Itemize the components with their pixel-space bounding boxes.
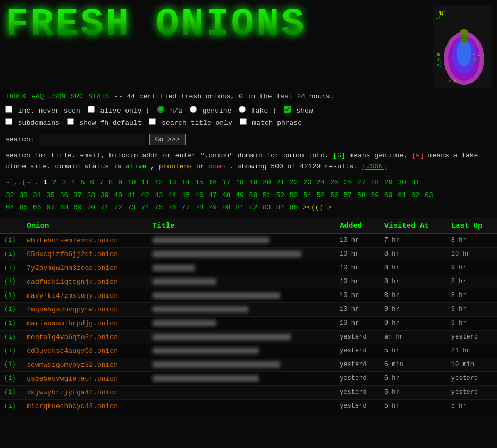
problems-status: problems bbox=[159, 163, 192, 171]
search-title-checkbox[interactable] bbox=[149, 118, 156, 125]
genuine-radio[interactable] bbox=[190, 106, 197, 113]
show-option[interactable]: show bbox=[284, 107, 313, 115]
info-link[interactable]: (i) bbox=[0, 330, 22, 344]
col-header-added: Added bbox=[335, 218, 380, 234]
subdomains-option[interactable]: subdomains bbox=[5, 119, 64, 127]
col-header-onion: Onion bbox=[22, 218, 148, 234]
na-radio-option[interactable]: n/a bbox=[157, 107, 187, 115]
info-link[interactable]: (i) bbox=[0, 261, 22, 275]
added-time: yesterd bbox=[335, 358, 380, 371]
alive-only-checkbox[interactable] bbox=[88, 106, 95, 113]
added-time: 10 hr bbox=[335, 261, 380, 275]
onion-address[interactable]: xkjwwybrzjytga42.onion bbox=[22, 385, 148, 399]
visited-time: 5 hr bbox=[380, 399, 447, 413]
inc-never-seen-label: inc. never seen bbox=[18, 107, 80, 115]
search-input[interactable] bbox=[39, 134, 145, 145]
info-link[interactable]: (i) bbox=[0, 316, 22, 330]
added-time: yesterd bbox=[335, 344, 380, 358]
onion-address[interactable]: 65oxcqizfo6jj2dt.onion bbox=[22, 247, 148, 261]
col-header-i bbox=[0, 218, 22, 234]
subdomains-checkbox[interactable] bbox=[5, 118, 12, 125]
nav-json[interactable]: JSON bbox=[49, 92, 65, 100]
nav-bar: INDEX FAQ JSON SRC STATS -- 44 certified… bbox=[0, 90, 497, 104]
onion-address[interactable]: whitehorsem7evqk.onion bbox=[22, 233, 148, 247]
nav-faq[interactable]: FAQ bbox=[31, 92, 44, 100]
nav-index[interactable]: INDEX bbox=[5, 92, 26, 100]
search-label: search: bbox=[5, 136, 35, 143]
onion-title bbox=[148, 302, 336, 316]
added-time: 10 hr bbox=[335, 316, 380, 330]
show-fh-option[interactable]: show fh default bbox=[67, 119, 146, 127]
info-link[interactable]: (i) bbox=[0, 247, 22, 261]
col-header-title: Title bbox=[148, 218, 336, 234]
nav-src[interactable]: SRC bbox=[71, 92, 83, 100]
json-link[interactable]: [JSON] bbox=[362, 163, 387, 171]
onion-address[interactable]: gs5e5ecvwgiejeur.onion bbox=[22, 371, 148, 385]
search-row: search: Go >>> bbox=[0, 131, 497, 148]
info-link[interactable]: (i) bbox=[0, 385, 22, 399]
table-row: (i)mentalg4vb6qto2r.onionyesterdan hryes… bbox=[0, 330, 497, 344]
search-button[interactable]: Go >>> bbox=[149, 134, 186, 145]
info-link[interactable]: (i) bbox=[0, 399, 22, 413]
down-status: down bbox=[208, 163, 225, 171]
onion-address[interactable]: 2mqbe5gsduvqpynw.onion bbox=[22, 302, 148, 316]
svg-text:€}: €} bbox=[437, 63, 442, 67]
current-page[interactable]: 1 bbox=[43, 179, 47, 187]
onion-address[interactable]: scwmwsig5mvoyz32.onion bbox=[22, 358, 148, 371]
onion-title bbox=[148, 344, 336, 358]
info-link[interactable]: (i) bbox=[0, 302, 22, 316]
onion-address[interactable]: od3uvcksc4augv53.onion bbox=[22, 344, 148, 358]
lastup-time: 5 hr bbox=[447, 399, 497, 413]
onion-address[interactable]: 7y2avmqwlnm3zeao.onion bbox=[22, 261, 148, 275]
table-body: (i)whitehorsem7evqk.onion10 hr7 hr8 hr(i… bbox=[0, 233, 497, 413]
svg-text:!N$`: !N$` bbox=[436, 11, 446, 16]
search-title-option[interactable]: search title only bbox=[149, 119, 236, 127]
show-fh-checkbox[interactable] bbox=[67, 118, 74, 125]
match-phrase-checkbox[interactable] bbox=[240, 118, 247, 125]
onion-title bbox=[148, 247, 336, 261]
genuine-note: means genuine, bbox=[350, 151, 412, 159]
fake-radio[interactable] bbox=[239, 106, 246, 113]
onion-address[interactable]: dadfuck11qttgnjk.onion bbox=[22, 275, 148, 289]
na-radio[interactable] bbox=[157, 106, 164, 113]
lastup-time: 8 hr bbox=[447, 233, 497, 247]
genuine-radio-option[interactable]: genuine bbox=[190, 107, 235, 115]
pagination-special: ><(((`> bbox=[302, 204, 332, 212]
show-checkbox[interactable] bbox=[284, 106, 291, 113]
added-time: 10 hr bbox=[335, 247, 380, 261]
table-row: (i)micrqkuechbcyc43.onionyesterd5 hr5 hr bbox=[0, 399, 497, 413]
visited-time: 8 hr bbox=[380, 261, 447, 275]
onion-address[interactable]: micrqkuechbcyc43.onion bbox=[22, 399, 148, 413]
col-header-lastup: Last Up bbox=[447, 218, 497, 234]
page-2[interactable]: 2 bbox=[53, 179, 57, 187]
inc-never-seen-option[interactable]: inc. never seen bbox=[5, 107, 85, 115]
info-link[interactable]: (i) bbox=[0, 358, 22, 371]
info-link[interactable]: (i) bbox=[0, 289, 22, 302]
visited-time: 8 hr bbox=[380, 289, 447, 302]
match-phrase-option[interactable]: match phrase bbox=[240, 119, 302, 127]
logo-area: FRESH ONIONS bbox=[5, 5, 428, 44]
genuine-label: genuine bbox=[203, 107, 232, 115]
lastup-time: 9 hr bbox=[447, 261, 497, 275]
info-link[interactable]: (i) bbox=[0, 371, 22, 385]
onion-title bbox=[148, 316, 336, 330]
match-phrase-label: match phrase bbox=[252, 119, 302, 127]
onion-address[interactable]: marianasmihrpdjg.onion bbox=[22, 316, 148, 330]
added-time: 10 hr bbox=[335, 233, 380, 247]
inc-never-seen-checkbox[interactable] bbox=[5, 106, 12, 113]
onion-title bbox=[148, 358, 336, 371]
fake-radio-option[interactable]: fake ) bbox=[239, 107, 280, 115]
info-link[interactable]: (i) bbox=[0, 275, 22, 289]
fake-badge: [F] bbox=[412, 151, 424, 159]
visited-time: 8 hr bbox=[380, 275, 447, 289]
nav-stats[interactable]: STATS bbox=[88, 92, 109, 100]
onion-address[interactable]: mentalg4vb6qto2r.onion bbox=[22, 330, 148, 344]
show-label: show bbox=[296, 107, 313, 115]
site-title: FRESH ONIONS bbox=[5, 5, 428, 44]
onion-title bbox=[148, 371, 336, 385]
info-link[interactable]: (i) bbox=[0, 344, 22, 358]
info-link[interactable]: (i) bbox=[0, 233, 22, 247]
onion-address[interactable]: mayyfkt47zmstujy.onion bbox=[22, 289, 148, 302]
svg-text:~^: ~^ bbox=[436, 16, 441, 21]
alive-only-option[interactable]: alive only ( bbox=[88, 107, 154, 115]
